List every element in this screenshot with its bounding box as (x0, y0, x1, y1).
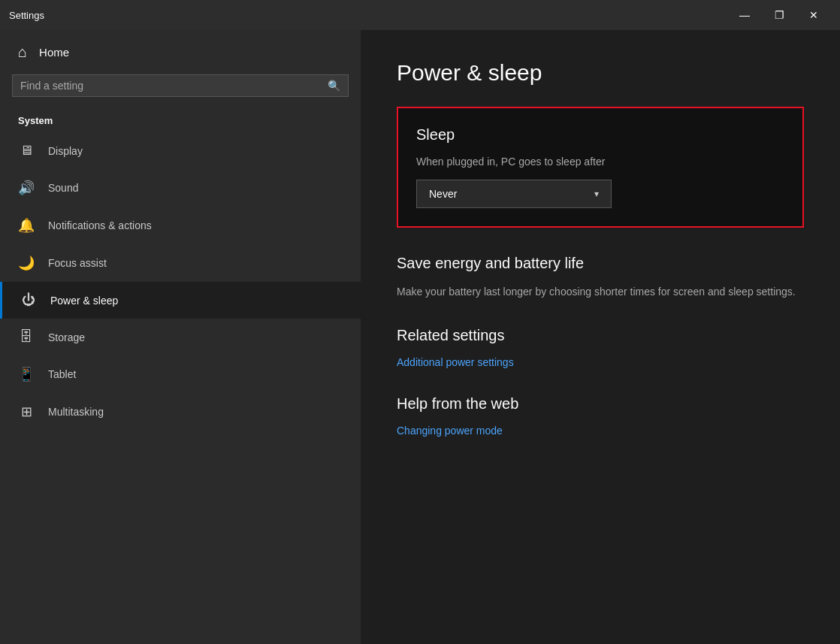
sidebar-item-home[interactable]: ⌂ Home (0, 30, 361, 74)
sidebar-item-sound[interactable]: 🔊 Sound (0, 169, 361, 207)
sidebar-item-sound-label: Sound (48, 182, 78, 194)
restore-button[interactable]: ❐ (762, 0, 796, 30)
sleep-description: When plugged in, PC goes to sleep after (416, 156, 784, 168)
sleep-section: Sleep When plugged in, PC goes to sleep … (397, 107, 804, 228)
power-sleep-icon: ⏻ (20, 292, 37, 308)
search-icon: 🔍 (328, 80, 340, 92)
sidebar-item-multitasking[interactable]: ⊞ Multitasking (0, 393, 361, 431)
sidebar-item-multitasking-label: Multitasking (48, 406, 104, 418)
sound-icon: 🔊 (18, 180, 35, 196)
save-energy-heading: Save energy and battery life (397, 255, 804, 272)
sleep-dropdown[interactable]: Never ▾ (416, 180, 612, 208)
related-settings-heading: Related settings (397, 327, 804, 344)
sleep-dropdown-value: Never (429, 188, 457, 200)
title-bar-controls: — ❐ ✕ (727, 0, 831, 30)
multitasking-icon: ⊞ (18, 404, 35, 420)
home-icon: ⌂ (18, 44, 27, 61)
chevron-down-icon: ▾ (594, 189, 599, 199)
sidebar-item-power-sleep-label: Power & sleep (50, 295, 118, 307)
sidebar-item-display[interactable]: 🖥 Display (0, 132, 361, 169)
storage-icon: 🗄 (18, 329, 35, 345)
related-settings-section: Related settings Additional power settin… (397, 327, 804, 368)
content-area: Power & sleep Sleep When plugged in, PC … (361, 30, 840, 644)
sidebar-item-storage[interactable]: 🗄 Storage (0, 319, 361, 355)
page-title: Power & sleep (397, 60, 804, 86)
sidebar-home-label: Home (39, 46, 69, 59)
save-energy-section: Save energy and battery life Make your b… (397, 255, 804, 300)
focus-assist-icon: 🌙 (18, 255, 35, 271)
sidebar-item-tablet[interactable]: 📱 Tablet (0, 355, 361, 393)
sidebar-item-power-sleep[interactable]: ⏻ Power & sleep (0, 282, 361, 319)
sidebar-item-tablet-label: Tablet (48, 368, 76, 380)
sidebar-item-notifications-label: Notifications & actions (48, 219, 152, 231)
save-energy-description: Make your battery last longer by choosin… (397, 284, 804, 300)
tablet-icon: 📱 (18, 366, 35, 382)
display-icon: 🖥 (18, 143, 35, 159)
search-input-wrapper[interactable]: 🔍 (12, 74, 349, 97)
search-input[interactable] (20, 80, 322, 92)
sidebar: ⌂ Home 🔍 System 🖥 Display 🔊 Sound 🔔 Noti… (0, 30, 361, 644)
help-section: Help from the web Changing power mode (397, 395, 804, 437)
changing-power-mode-link[interactable]: Changing power mode (397, 425, 804, 437)
title-bar: Settings — ❐ ✕ (0, 0, 840, 30)
additional-power-settings-link[interactable]: Additional power settings (397, 356, 804, 368)
sidebar-item-notifications[interactable]: 🔔 Notifications & actions (0, 207, 361, 244)
close-button[interactable]: ✕ (796, 0, 831, 30)
app-title: Settings (9, 10, 44, 21)
sidebar-item-storage-label: Storage (48, 331, 85, 343)
sidebar-section-label: System (0, 109, 361, 132)
sidebar-item-display-label: Display (48, 145, 83, 157)
sidebar-search: 🔍 (0, 74, 361, 109)
sidebar-item-focus-assist[interactable]: 🌙 Focus assist (0, 244, 361, 282)
minimize-button[interactable]: — (727, 0, 762, 30)
sidebar-item-focus-assist-label: Focus assist (48, 257, 107, 269)
help-heading: Help from the web (397, 395, 804, 413)
title-bar-left: Settings (9, 10, 44, 21)
notifications-icon: 🔔 (18, 217, 35, 234)
main-layout: ⌂ Home 🔍 System 🖥 Display 🔊 Sound 🔔 Noti… (0, 30, 840, 644)
sleep-heading: Sleep (416, 126, 784, 144)
